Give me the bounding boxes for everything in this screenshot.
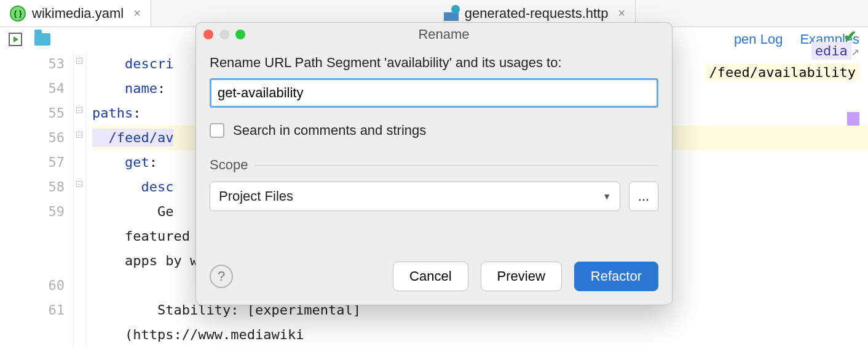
preview-button[interactable]: Preview	[481, 262, 562, 291]
chevron-down-icon: ▼	[602, 191, 611, 201]
cancel-button[interactable]: Cancel	[393, 262, 468, 291]
rename-input[interactable]	[210, 78, 658, 108]
scope-label: Scope	[210, 157, 248, 173]
dialog-title: Rename	[251, 26, 636, 42]
window-minimize-icon	[219, 30, 229, 39]
tab-wikimedia-yaml[interactable]: { } wikimedia.yaml ×	[0, 0, 151, 26]
http-file-icon	[444, 6, 459, 21]
close-icon[interactable]: ×	[618, 6, 625, 20]
divider	[254, 165, 658, 166]
refactor-button[interactable]: Refactor	[574, 262, 658, 291]
rename-prompt: Rename URL Path Segment 'availability' a…	[210, 55, 658, 71]
tab-label: generated-requests.http	[465, 6, 609, 22]
tab-label: wikimedia.yaml	[32, 6, 124, 22]
scope-combobox[interactable]: Project Files ▼	[210, 182, 620, 211]
checkmark-icon[interactable]: ✔	[843, 27, 857, 46]
window-close-icon[interactable]	[203, 30, 213, 39]
search-comments-label: Search in comments and strings	[233, 122, 426, 138]
folder-icon[interactable]	[34, 33, 50, 46]
run-icon[interactable]	[9, 33, 22, 46]
help-button[interactable]: ?	[210, 265, 233, 288]
search-comments-checkbox[interactable]	[210, 123, 224, 138]
window-zoom-icon[interactable]	[235, 30, 245, 39]
close-icon[interactable]: ×	[133, 6, 141, 20]
scope-browse-button[interactable]: ...	[629, 182, 658, 211]
rename-dialog: Rename Rename URL Path Segment 'availabi…	[195, 22, 673, 305]
fold-gutter[interactable]	[74, 52, 86, 347]
line-number-gutter: 53 54 55 56 57 58 59 60 61	[0, 52, 74, 347]
dialog-titlebar[interactable]: Rename	[196, 23, 672, 46]
openapi-icon: { }	[10, 6, 26, 22]
scope-value: Project Files	[219, 188, 293, 204]
